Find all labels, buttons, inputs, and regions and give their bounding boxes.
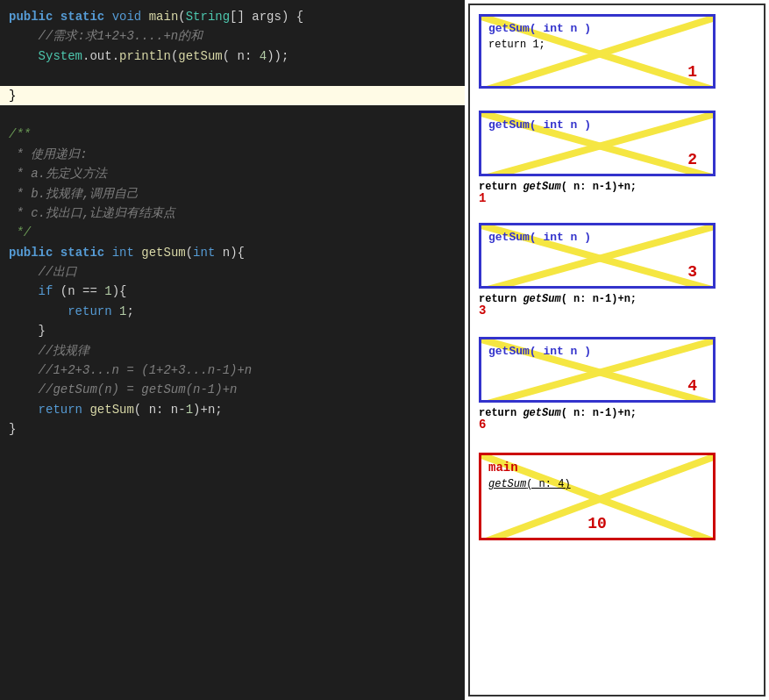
stack-frame-3: getSum( int n ) 3 (479, 223, 716, 289)
stack-frame-4: getSum( int n ) 4 (479, 337, 716, 403)
recursion-diagram: getSum( int n ) return 1; 1 getSum( int … (468, 4, 765, 696)
code-line-18: //找规律 (0, 341, 465, 361)
frame1-header: getSum( int n ) (488, 22, 706, 35)
code-line-1: public static void main(String[] args) { (0, 7, 465, 26)
code-line-10: * b.找规律,调用自己 (0, 184, 465, 204)
stack-frame-2: getSum( int n ) 2 (479, 111, 716, 176)
code-line-14: //出口 (0, 262, 465, 282)
code-line-21: return getSum( n: n-1)+n; (0, 400, 465, 419)
frame-main-header: main (488, 461, 706, 475)
code-line-4 (0, 66, 465, 85)
code-line-12: */ (0, 223, 465, 242)
code-line-15: if (n == 1){ (0, 282, 465, 301)
frame2-below: return getSum( n: n-1)+n; 1 (479, 181, 637, 205)
code-line-8: * 使用递归: (0, 145, 465, 164)
code-line-19: //1+2+3...n = (1+2+3...n-1)+n (0, 361, 465, 380)
frame2-number: 2 (687, 151, 697, 168)
frame1-body: return 1; (488, 35, 706, 51)
code-line-13: public static int getSum(int n){ (0, 243, 465, 262)
code-line-11: * c.找出口,让递归有结束点 (0, 204, 465, 223)
frame2-header: getSum( int n ) (488, 118, 706, 132)
code-line-20: //getSum(n) = getSum(n-1)+n (0, 380, 465, 399)
code-line-22: } (0, 419, 465, 439)
code-line-5: } (0, 86, 465, 105)
stack-frame-1: getSum( int n ) return 1; 1 (479, 14, 716, 89)
code-line-17: } (0, 321, 465, 340)
code-line-2: //需求:求1+2+3....+n的和 (0, 26, 465, 46)
code-line-16: return 1; (0, 302, 465, 321)
frame-main-number: 10 (587, 515, 607, 532)
frame4-number: 4 (687, 377, 697, 395)
code-line-9: * a.先定义方法 (0, 164, 465, 183)
frame3-header: getSum( int n ) (488, 231, 706, 244)
frame4-below: return getSum( n: n-1)+n; 6 (479, 407, 637, 432)
frame3-below: return getSum( n: n-1)+n; 3 (479, 293, 637, 318)
frame1-number: 1 (687, 63, 697, 81)
code-editor: public static void main(String[] args) {… (0, 0, 465, 700)
frame4-header: getSum( int n ) (488, 345, 706, 358)
code-line-7: /** (0, 125, 465, 144)
code-line-3: System.out.println(getSum( n: 4)); (0, 46, 465, 66)
frame-main-body: getSum( n: 4) (488, 475, 706, 490)
frame3-number: 3 (687, 263, 697, 281)
code-line-6 (0, 105, 465, 125)
stack-frame-main: main getSum( n: 4) 10 (479, 453, 716, 540)
